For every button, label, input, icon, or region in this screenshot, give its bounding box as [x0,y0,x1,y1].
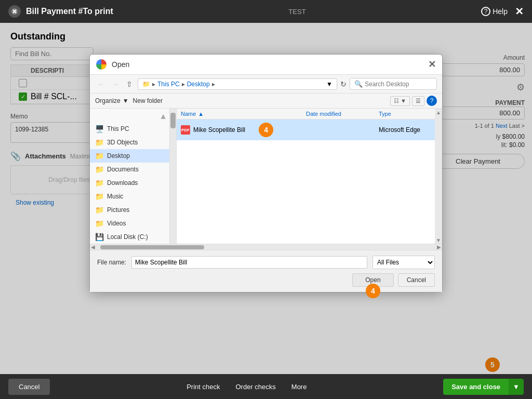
scroll-left-arrow[interactable]: ◀ [91,244,95,250]
organize-label: Organize [95,97,121,104]
forward-button[interactable]: → [110,79,121,89]
videos-label: Videos [107,220,126,227]
view-icons: ☷ ▼ ☰ ? [390,96,437,106]
local-disk-icon: 💾 [95,233,104,241]
dialog-title-bar: Open ✕ [90,55,442,75]
dialog-toolbar: ← → ⇧ 📁 ▸ This PC ▸ Desktop ▸ ▼ ↻ 🔍 [90,75,442,94]
cancel-dialog-button[interactable]: Cancel [398,273,435,287]
filename-label: File name: [97,259,126,266]
h-scrollbar-thumb [100,245,204,249]
pictures-icon: 📁 [95,206,104,214]
file-open-dialog: Open ✕ ← → ⇧ 📁 ▸ This PC ▸ Desktop ▸ [89,54,443,292]
scroll-down-arrow[interactable]: ▼ [435,236,442,244]
sidebar-item-videos[interactable]: 📁 Videos [90,217,169,230]
step-badge-open: 4 [366,284,380,298]
title-bar-right: ? Help ✕ [481,5,524,18]
up-button[interactable]: ⇧ [124,79,135,89]
cancel-button[interactable]: Cancel [8,379,50,395]
bottom-center-buttons: Print check Order checks More [187,383,307,391]
desktop-label: Desktop [107,152,130,159]
sidebar-scrollbar-thumb [170,113,176,128]
search-input[interactable] [365,81,432,88]
3d-objects-label: 3D Objects [107,139,138,146]
scroll-up-arrow[interactable]: ▲ [435,109,442,116]
filetype-select[interactable]: All Files [373,256,435,269]
file-type: Microsoft Edge [379,126,431,134]
sidebar-item-music[interactable]: 📁 Music [90,190,169,203]
col-date[interactable]: Date modified [306,111,379,117]
window-close-button[interactable]: ✕ [515,5,524,18]
file-list: Name ▲ Date modified Type PDF Mike Scope… [177,109,435,244]
title-bar-left: Bill Payment #To print [8,5,113,18]
more-button[interactable]: More [291,383,307,391]
videos-icon: 📁 [95,219,104,228]
save-close-button[interactable]: Save and close [443,379,509,395]
local-disk-label: Local Disk (C:) [107,233,148,241]
view-detail-button[interactable]: ☰ [412,96,424,106]
sidebar-item-downloads[interactable]: 📁 Downloads [90,176,169,190]
dialog-close-button[interactable]: ✕ [428,59,436,70]
sidebar-item-pictures[interactable]: 📁 Pictures [90,203,169,217]
open-button-wrapper: Open 4 [352,273,393,287]
scroll-right-arrow[interactable]: ▶ [437,244,441,250]
step-badge-file: 4 [259,123,273,137]
scroll-track [435,116,442,236]
bottom-bar: Cancel Print check Order checks More 5 S… [0,374,532,399]
dialog-title: Open [112,60,423,69]
pdf-icon: PDF [181,125,190,135]
dialog-help-button[interactable]: ? [427,96,437,106]
help-button[interactable]: ? Help [481,7,508,16]
back-button[interactable]: ← [95,79,107,89]
sidebar-item-desktop[interactable]: 📁 Desktop [90,149,169,163]
documents-icon: 📁 [95,165,104,174]
file-list-scrollbar[interactable]: ▲ ▼ [435,109,442,244]
print-check-button[interactable]: Print check [187,383,220,391]
desktop-icon: 📁 [95,152,104,160]
search-icon: 🔍 [354,80,363,88]
sidebar-scroll-up[interactable]: ▲ [159,112,167,121]
main-content: Amount ⚙ PAYMENT 1-1 of 1 Next Last > ly… [0,23,532,374]
filename-input[interactable] [131,256,367,269]
breadcrumb-desktop[interactable]: Desktop [187,81,210,88]
organize-dropdown-icon: ▼ [123,97,129,104]
file-name-cell: PDF Mike Scopellite Bill 4 [181,123,306,137]
file-open-dialog-overlay: Open ✕ ← → ⇧ 📁 ▸ This PC ▸ Desktop ▸ [0,23,532,374]
app-window: Bill Payment #To print TEST ? Help ✕ Amo… [0,0,532,399]
chrome-icon [96,59,107,70]
this-pc-icon: 🖥️ [95,125,104,133]
dialog-sidebar: ▲ 🖥️ This PC 📁 3D Objects [90,109,170,244]
dialog-horizontal-scrollbar[interactable]: ◀ ▶ [90,244,442,250]
organize-button[interactable]: Organize ▼ [95,97,129,104]
view-grid-button[interactable]: ☷ ▼ [390,96,410,106]
file-row-mike[interactable]: PDF Mike Scopellite Bill 4 Microsoft Edg… [177,119,435,140]
3d-objects-icon: 📁 [95,138,104,147]
help-circle-icon: ? [481,7,490,16]
downloads-icon: 📁 [95,179,104,187]
sidebar-item-3d-objects[interactable]: 📁 3D Objects [90,136,169,149]
this-pc-label: This PC [107,125,129,132]
sidebar-scrollbar[interactable] [170,109,176,244]
documents-label: Documents [107,166,139,173]
refresh-button[interactable]: ↻ [340,80,347,88]
file-list-header: Name ▲ Date modified Type [177,109,435,119]
breadcrumb-this-pc[interactable]: This PC [157,81,180,88]
col-name[interactable]: Name ▲ [181,111,306,117]
music-label: Music [107,193,123,200]
breadcrumb-dropdown-button[interactable]: ▼ [326,81,332,88]
sidebar-item-local-disk[interactable]: 💾 Local Disk (C:) [90,230,169,244]
pictures-label: Pictures [107,206,129,214]
filename-row: File name: All Files [97,256,435,269]
new-folder-button[interactable]: New folder [133,97,163,104]
app-icon [8,5,21,18]
order-checks-button[interactable]: Order checks [236,383,276,391]
breadcrumb-bar: 📁 ▸ This PC ▸ Desktop ▸ ▼ [138,78,337,90]
sidebar-item-documents[interactable]: 📁 Documents [90,163,169,176]
file-name-label: Mike Scopellite Bill [193,126,245,134]
save-close-dropdown-button[interactable]: ▼ [509,379,524,395]
help-label: Help [493,7,508,16]
sidebar-item-this-pc[interactable]: 🖥️ This PC [90,122,169,136]
dialog-footer: File name: All Files Open 4 [90,250,442,292]
col-type[interactable]: Type [379,111,431,117]
page-title: Bill Payment #To print [26,7,113,16]
dialog-buttons: Open 4 Cancel [97,273,435,287]
